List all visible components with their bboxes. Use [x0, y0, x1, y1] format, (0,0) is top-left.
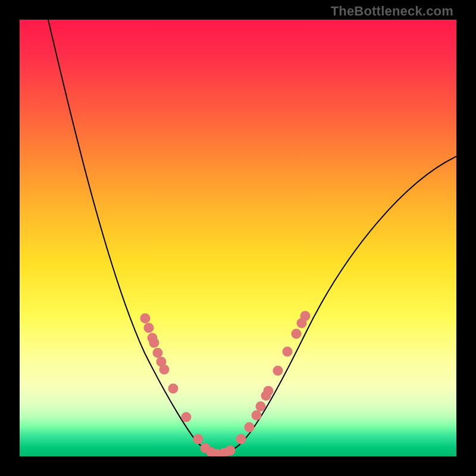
data-dot: [283, 347, 293, 357]
chart-frame: TheBottleneck.com: [0, 0, 476, 476]
watermark-text: TheBottleneck.com: [331, 4, 453, 19]
data-dot: [159, 365, 170, 375]
data-dot: [252, 411, 262, 421]
data-dots: [140, 311, 311, 457]
data-dot: [245, 422, 255, 433]
right-curve: [217, 156, 456, 454]
data-dot: [153, 348, 163, 358]
left-curve: [48, 20, 217, 454]
data-dot: [181, 412, 192, 422]
data-dot: [300, 311, 311, 321]
data-dot: [168, 384, 178, 394]
data-dot: [273, 366, 283, 376]
chart-svg: [20, 20, 456, 456]
data-dot: [149, 338, 159, 348]
data-dot: [256, 402, 266, 412]
data-dot: [144, 323, 154, 333]
data-dot: [292, 329, 302, 339]
data-dot: [193, 434, 203, 444]
data-dot: [264, 386, 274, 396]
plot-area: [20, 20, 456, 456]
data-dot: [236, 434, 246, 444]
data-dot: [226, 446, 236, 456]
data-dot: [140, 314, 151, 324]
